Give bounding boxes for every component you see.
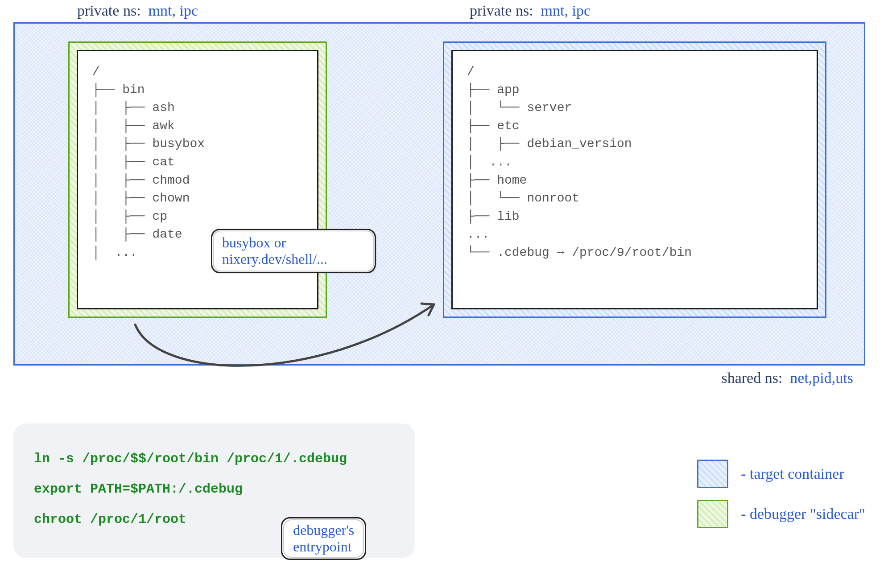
- tree-line: │ ├── cat: [92, 153, 303, 172]
- tree-line: │ ...: [467, 153, 802, 172]
- left-ns-label: private ns: mnt, ipc: [77, 2, 198, 19]
- shared-ns-label: shared ns: net,pid,uts: [721, 370, 853, 387]
- code-line: export PATH=$PATH:/.cdebug: [34, 481, 394, 497]
- tree-line: ├── home: [467, 172, 802, 190]
- tree-line: │ └── nonroot: [467, 189, 802, 208]
- tree-line: ...: [467, 226, 802, 244]
- legend-target-row: - target container: [697, 460, 865, 488]
- tree-line: │ ├── ash: [92, 99, 303, 117]
- code-line: ln -s /proc/$$/root/bin /proc/1/.cdebug: [34, 451, 394, 466]
- tree-line: │ ├── chown: [92, 189, 303, 208]
- tree-line: └── .cdebug → /proc/9/root/bin: [467, 244, 802, 262]
- tree-line: ├── bin: [92, 81, 303, 99]
- tree-root: /: [467, 63, 802, 81]
- sidecar-image-callout: busybox or nixery.dev/shell/...: [211, 229, 376, 273]
- swatch-green-icon: [697, 500, 728, 528]
- tree-line: │ └── server: [467, 99, 802, 117]
- tree-line: ├── etc: [467, 117, 802, 136]
- tree-line: │ ├── busybox: [92, 135, 303, 153]
- right-ns-label: private ns: mnt, ipc: [470, 2, 591, 19]
- tree-line: ├── lib: [467, 208, 802, 226]
- target-filesystem-box: / ├── app │ └── server ├── etc │ ├── deb…: [451, 50, 818, 309]
- tree-line: ├── app: [467, 81, 802, 99]
- tree-root: /: [92, 63, 303, 81]
- legend: - target container - debugger "sidecar": [697, 448, 865, 540]
- target-container-frame: / ├── app │ └── server ├── etc │ ├── deb…: [443, 41, 826, 318]
- tree-line: │ ├── awk: [92, 117, 303, 136]
- entrypoint-callout: debugger's entrypoint: [281, 517, 366, 560]
- swatch-blue-icon: [697, 460, 728, 488]
- tree-line: │ ├── debian_version: [467, 135, 802, 153]
- legend-sidecar-row: - debugger "sidecar": [697, 500, 865, 528]
- tree-line: │ ├── chmod: [92, 172, 303, 190]
- sidecar-container-frame: / ├── bin │ ├── ash │ ├── awk │ ├── busy…: [68, 41, 327, 318]
- tree-line: │ ├── cp: [92, 208, 303, 226]
- shared-namespace-box: private ns: mnt, ipc private ns: mnt, ip…: [13, 22, 865, 366]
